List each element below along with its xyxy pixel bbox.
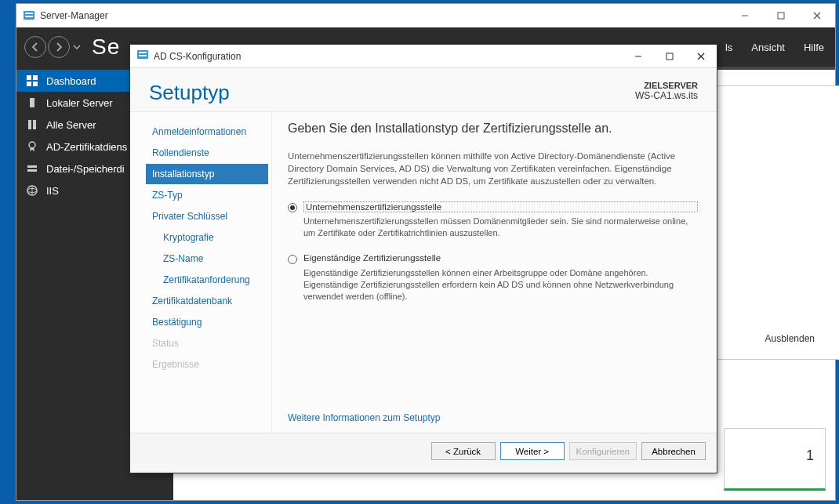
dialog-title: AD CS-Konfiguration: [154, 51, 241, 62]
nav-catype[interactable]: ZS-Typ: [146, 185, 268, 205]
target-server: WS-CA1.ws.its: [635, 90, 698, 101]
sidebar-item-label: Lokaler Server: [46, 97, 113, 109]
menu-hilfe[interactable]: Hilfe: [804, 42, 824, 53]
more-info-link[interactable]: Weitere Informationen zum Setuptyp: [288, 412, 698, 423]
sidebar-item-label: Alle Server: [46, 119, 96, 131]
svg-rect-15: [27, 165, 37, 168]
svg-rect-16: [27, 169, 37, 172]
radio-enterprise-explanation: Unternehmenszertifizierungsstellen müsse…: [303, 216, 698, 239]
dialog-maximize-button[interactable]: [654, 45, 685, 68]
svg-point-14: [29, 142, 35, 148]
next-button[interactable]: Weiter >: [500, 442, 565, 460]
nav-back-button[interactable]: [24, 36, 46, 58]
svg-rect-20: [137, 50, 148, 59]
server-manager-icon: [23, 9, 35, 22]
ausblenden-link[interactable]: Ausblenden: [757, 328, 823, 349]
close-button[interactable]: [799, 4, 835, 27]
configure-button: Konfigurieren: [569, 442, 637, 460]
status-tile[interactable]: 1: [724, 428, 826, 491]
svg-rect-12: [28, 120, 31, 129]
radio-label: Eigenständige Zertifizierungsstelle: [303, 253, 441, 263]
nav-results: Ergebnisse: [146, 354, 268, 375]
localserver-icon: [26, 96, 38, 109]
svg-rect-8: [33, 75, 38, 80]
svg-rect-11: [30, 98, 35, 107]
svg-rect-9: [27, 82, 31, 86]
sidebar-item-label: IIS: [46, 185, 59, 197]
nav-forward-button[interactable]: [48, 36, 70, 58]
svg-rect-4: [778, 13, 784, 19]
tile-value: 1: [806, 448, 814, 464]
nav-caname[interactable]: ZS-Name: [146, 248, 268, 269]
nav-confirm[interactable]: Bestätigung: [146, 312, 268, 332]
nav-credentials[interactable]: Anmeldeinformationen: [146, 121, 268, 142]
dialog-app-icon: [136, 49, 149, 64]
svg-rect-10: [33, 82, 38, 86]
nav-certreq[interactable]: Zertifikatanforderung: [146, 270, 268, 290]
radio-icon: [288, 255, 297, 264]
nav-dropdown-icon[interactable]: [73, 36, 81, 58]
nav-status: Status: [146, 333, 268, 354]
dialog-titlebar: AD CS-Konfiguration: [130, 45, 717, 68]
toolbar-heading: Se: [92, 34, 120, 60]
sidebar-item-label: Datei-/Speicherdi: [46, 163, 125, 175]
svg-rect-2: [25, 16, 33, 17]
menu-ls[interactable]: ls: [725, 42, 732, 53]
outer-window-title: Server-Manager: [40, 10, 108, 21]
nav-privatekey[interactable]: Privater Schlüssel: [146, 206, 268, 227]
dialog-heading: Setuptyp: [149, 81, 230, 105]
back-button[interactable]: < Zurück: [431, 442, 496, 460]
dialog-header: Setuptyp ZIELSERVER WS-CA1.ws.its: [130, 68, 717, 111]
allservers-icon: [26, 118, 38, 131]
adcs-config-dialog: AD CS-Konfiguration Setuptyp ZIELSERVER …: [129, 44, 717, 473]
maximize-button[interactable]: [763, 4, 799, 27]
target-server-info: ZIELSERVER WS-CA1.ws.its: [635, 81, 698, 101]
sidebar-item-label: AD-Zertifikatdiens: [46, 141, 127, 153]
svg-rect-7: [27, 75, 31, 80]
radio-standalone-explanation: Eigenständige Zertifizierungsstellen kön…: [303, 267, 698, 303]
target-label: ZIELSERVER: [644, 81, 698, 90]
dialog-footer: < Zurück Weiter > Konfigurieren Abbreche…: [130, 433, 717, 469]
svg-rect-22: [139, 55, 147, 56]
radio-icon: [288, 203, 297, 212]
radio-enterprise-ca[interactable]: Unternehmenszertifizierungsstelle: [288, 201, 698, 212]
sidebar-item-label: Dashboard: [46, 75, 96, 87]
nav-installtype[interactable]: Installationstyp: [146, 164, 268, 184]
svg-rect-24: [666, 53, 673, 60]
dialog-nav: Anmeldeinformationen Rollendienste Insta…: [130, 112, 271, 433]
cert-icon: [26, 140, 38, 153]
dashboard-icon: [26, 74, 38, 87]
nav-crypto[interactable]: Kryptografie: [146, 227, 268, 248]
main-subtitle: Geben Sie den Installationstyp der Zerti…: [288, 121, 698, 136]
radio-label: Unternehmenszertifizierungsstelle: [303, 201, 698, 212]
svg-rect-21: [139, 52, 147, 53]
radio-standalone-ca[interactable]: Eigenständige Zertifizierungsstelle: [288, 253, 698, 264]
svg-rect-0: [24, 11, 35, 20]
dialog-minimize-button[interactable]: [623, 45, 654, 68]
cancel-button[interactable]: Abbrechen: [641, 442, 706, 460]
svg-rect-1: [25, 13, 33, 14]
iis-icon: [26, 184, 38, 197]
outer-titlebar: Server-Manager: [16, 4, 835, 27]
menu-ansicht[interactable]: Ansicht: [751, 42, 785, 53]
dialog-main: Geben Sie den Installationstyp der Zerti…: [271, 112, 717, 433]
svg-rect-13: [33, 120, 36, 129]
minimize-button[interactable]: [727, 4, 763, 27]
main-description: Unternehmenszertifizierungsstellen könne…: [288, 150, 698, 187]
dialog-close-button[interactable]: [685, 45, 717, 68]
nav-certdb[interactable]: Zertifikatdatenbank: [146, 291, 268, 311]
storage-icon: [26, 162, 38, 175]
nav-roleservices[interactable]: Rollendienste: [146, 143, 268, 163]
